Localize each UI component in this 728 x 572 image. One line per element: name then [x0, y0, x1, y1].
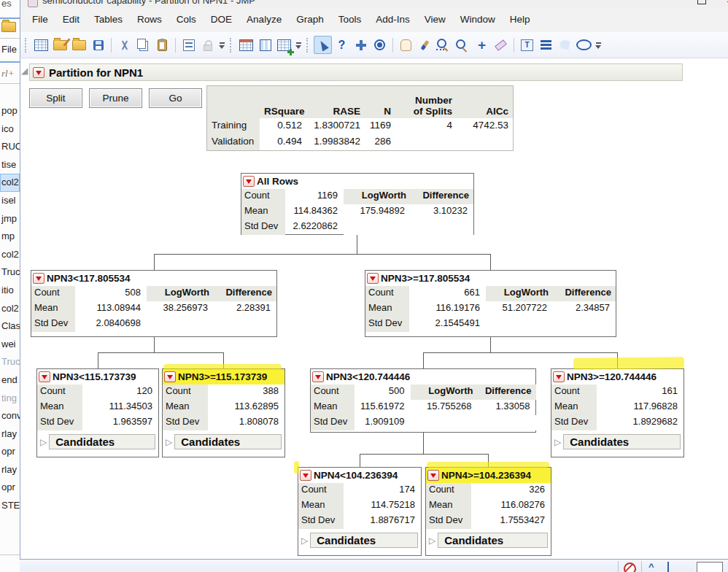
background-list-item[interactable]: Clas — [0, 317, 20, 336]
node-menu-button[interactable] — [164, 371, 176, 382]
candidates-disclosure[interactable]: ▷Candidates — [429, 533, 548, 548]
background-list-item[interactable]: mp — [0, 228, 20, 246]
new-data-table-icon[interactable] — [32, 36, 50, 54]
toolbar-overflow-chevron[interactable] — [294, 36, 303, 55]
outline-disclosure-icon[interactable]: ◢ — [21, 66, 28, 76]
stat-value: 2.0840698 — [75, 317, 147, 332]
report-menu-button[interactable] — [33, 67, 44, 78]
menu-item[interactable]: Help — [503, 8, 538, 31]
stat-value: 1.963597 — [82, 415, 158, 430]
split-button[interactable]: Split — [29, 88, 82, 108]
background-list-item[interactable]: end — [0, 371, 20, 390]
background-list-item[interactable]: col2 — [0, 300, 20, 318]
background-list-item[interactable]: wei — [0, 336, 20, 354]
candidates-disclosure[interactable]: ▷Candidates — [554, 434, 681, 449]
menu-item[interactable]: File — [25, 8, 55, 31]
node-menu-button[interactable] — [243, 176, 255, 187]
status-value-box[interactable] — [697, 562, 723, 572]
tree-connector — [490, 254, 491, 270]
divider — [0, 83, 20, 84]
new-journal-icon[interactable] — [51, 36, 69, 54]
polygon-annotation-icon[interactable] — [556, 36, 574, 54]
lock-icon — [198, 36, 217, 54]
background-list-item[interactable]: itio — [0, 282, 20, 300]
prune-button[interactable]: Prune — [89, 88, 142, 108]
background-list-item[interactable]: col2 — [0, 246, 20, 264]
save-icon[interactable] — [89, 36, 107, 54]
arrow-tool-icon[interactable] — [314, 36, 332, 54]
stat-label: Mean — [365, 301, 409, 317]
stat-label: Mean — [551, 400, 597, 415]
eraser-tool-icon[interactable] — [492, 36, 510, 54]
oval-annotation-icon[interactable] — [575, 36, 593, 54]
tree-connector — [223, 352, 224, 368]
background-list-item[interactable]: jmp — [0, 210, 20, 228]
graph-builder-icon[interactable] — [275, 36, 293, 54]
crosshair-plus-tool-icon[interactable]: + — [473, 36, 491, 54]
copy-icon[interactable] — [134, 36, 152, 54]
background-list-item[interactable]: ting — [0, 390, 20, 408]
stat-value: 38.256973 — [147, 301, 214, 317]
node-menu-button[interactable] — [367, 273, 379, 284]
background-list-item[interactable]: tise — [0, 156, 20, 174]
menu-item[interactable]: Graph — [289, 8, 331, 31]
background-list-item[interactable]: STE — [0, 497, 20, 515]
magnifier-tool-icon[interactable] — [454, 36, 472, 54]
menu-item[interactable]: Window — [453, 8, 503, 31]
node-menu-button[interactable] — [553, 371, 565, 382]
candidates-disclosure[interactable]: ▷Candidates — [166, 434, 282, 449]
status-error-icon[interactable] — [624, 563, 636, 572]
background-list-item[interactable]: conv — [0, 407, 20, 425]
paste-icon[interactable] — [153, 36, 171, 54]
cut-icon[interactable] — [115, 36, 133, 54]
node-menu-button[interactable] — [33, 273, 44, 284]
menu-item[interactable]: Rows — [130, 8, 169, 31]
menu-item[interactable]: Add-Ins — [368, 8, 417, 31]
background-list-item[interactable]: pop — [0, 102, 20, 120]
text-annotation-icon[interactable]: T — [518, 36, 536, 54]
status-table-icon[interactable] — [667, 563, 669, 572]
candidates-disclosure[interactable]: ▷Candidates — [301, 533, 418, 548]
crosshair-tool-icon[interactable] — [352, 36, 370, 54]
menu-item[interactable]: Cols — [169, 8, 204, 31]
background-list-item[interactable]: isel — [0, 192, 20, 210]
tabulate-icon[interactable] — [256, 36, 274, 54]
background-list-item[interactable]: ico — [0, 120, 20, 139]
data-table-icon[interactable] — [237, 36, 255, 54]
menu-item[interactable]: Tables — [87, 8, 130, 31]
status-caret-icon[interactable]: ^ — [648, 561, 654, 572]
background-list-item[interactable]: col2 — [0, 174, 20, 192]
menu-item[interactable]: Analyze — [239, 8, 289, 31]
candidates-label: Candidates — [174, 434, 282, 449]
maximize-button[interactable] — [697, 0, 706, 4]
background-list-item[interactable]: opr — [0, 479, 20, 497]
hand-tool-icon[interactable] — [397, 36, 415, 54]
lasso-tool-icon[interactable] — [435, 36, 453, 54]
background-list-item[interactable]: rlay — [0, 425, 20, 444]
menu-item[interactable]: DOE — [204, 8, 239, 31]
background-list-item[interactable]: opr — [0, 443, 20, 461]
candidates-disclosure[interactable]: ▷Candidates — [40, 434, 155, 449]
preferences-icon[interactable] — [179, 36, 198, 54]
node-title: NPN3<115.173739 — [53, 371, 136, 382]
lines-annotation-icon[interactable] — [537, 36, 555, 54]
node-menu-button[interactable] — [39, 371, 50, 382]
bullseye-tool-icon[interactable] — [371, 36, 389, 54]
open-icon[interactable] — [70, 36, 88, 54]
background-list-item[interactable]: Truc — [0, 353, 20, 371]
background-list-item[interactable]: rlay — [0, 461, 20, 479]
node-menu-button[interactable] — [427, 470, 439, 481]
stat-value: 388 — [208, 384, 284, 400]
toolbar-overflow-chevron[interactable] — [594, 36, 603, 55]
menu-item[interactable]: Edit — [55, 8, 87, 31]
background-list-item[interactable]: RUC — [0, 138, 20, 156]
node-menu-button[interactable] — [300, 470, 311, 481]
node-menu-button[interactable] — [312, 371, 324, 382]
background-list-item[interactable]: Truc — [0, 263, 20, 282]
go-button[interactable]: Go — [149, 88, 202, 108]
brush-tool-icon[interactable] — [416, 36, 434, 54]
menu-item[interactable]: Tools — [331, 8, 369, 31]
toolbar-overflow-chevron[interactable] — [217, 36, 226, 55]
help-tool-icon[interactable]: ? — [333, 36, 351, 54]
menu-item[interactable]: View — [417, 8, 453, 31]
